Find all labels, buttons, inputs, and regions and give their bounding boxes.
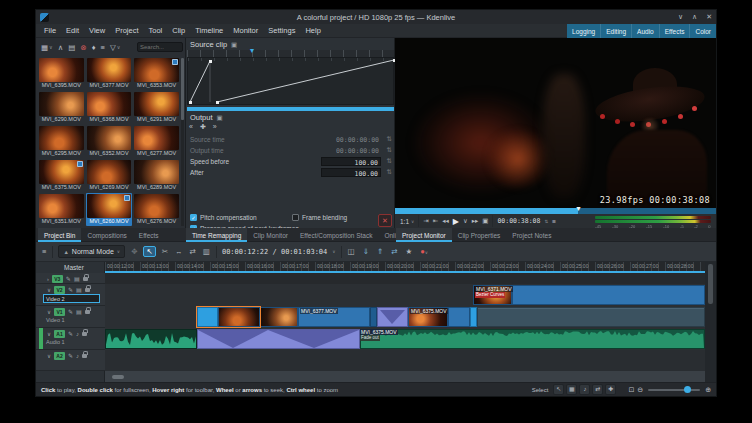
- track-hide-icon[interactable]: ▤: [76, 286, 82, 293]
- field-input[interactable]: 100.00: [321, 157, 381, 166]
- maximize-icon[interactable]: ∧: [692, 13, 697, 21]
- bin-clip[interactable]: MVI_6295.MOV: [38, 125, 85, 158]
- timeline-clip[interactable]: [377, 307, 408, 327]
- minimize-icon[interactable]: ∨: [678, 13, 683, 21]
- up-icon[interactable]: ∧: [56, 42, 66, 53]
- track-edit-icon[interactable]: ✎: [68, 352, 73, 359]
- track-tag-a1[interactable]: A1: [54, 330, 65, 338]
- checkbox-frame-blending[interactable]: [292, 214, 299, 221]
- bin-scrollbar[interactable]: [181, 58, 184, 226]
- track-mute-icon[interactable]: ♪: [76, 331, 79, 337]
- track-tag-v1[interactable]: V1: [54, 308, 65, 316]
- track-tag-v3[interactable]: V3: [52, 275, 63, 283]
- zoom-fit-icon[interactable]: ⊡: [628, 386, 634, 394]
- tab-time-remapping[interactable]: Time Remapping: [186, 228, 247, 242]
- loop-zone-icon[interactable]: ▣: [482, 217, 488, 225]
- remap-playhead-icon[interactable]: ▾: [250, 47, 254, 55]
- spinner-icon[interactable]: ⇅: [387, 168, 392, 176]
- edit-mode-select[interactable]: ▲ Normal Mode ∨: [58, 245, 125, 258]
- tab-clip-monitor[interactable]: Clip Monitor: [247, 228, 294, 242]
- track-lock-icon[interactable]: [82, 332, 87, 336]
- bin-clip[interactable]: MVI_6351.MOV: [38, 193, 85, 226]
- search-input[interactable]: [137, 42, 183, 52]
- tags-icon[interactable]: ♦: [90, 42, 98, 53]
- play-button[interactable]: ▶: [453, 217, 459, 226]
- track-lock-icon[interactable]: [85, 288, 90, 292]
- bin-clip[interactable]: MVI_6260.MOV: [86, 193, 133, 226]
- delete-icon[interactable]: ⊗: [78, 42, 88, 53]
- zone-in-icon[interactable]: ⇥: [423, 217, 428, 225]
- track-tag-v2[interactable]: V2: [54, 286, 65, 294]
- keyframe-next-icon[interactable]: »: [213, 123, 217, 131]
- favorite-effects-icon[interactable]: ★: [405, 247, 414, 256]
- create-folder-icon[interactable]: ▤: [66, 42, 77, 53]
- track-lock-icon[interactable]: [85, 310, 90, 314]
- zone-out-icon[interactable]: ⇤: [433, 217, 438, 225]
- timeline-clip[interactable]: MVI_6377.MOV: [298, 307, 370, 327]
- track-edit-icon[interactable]: ✎: [66, 275, 71, 282]
- tab-project-bin[interactable]: Project Bin: [38, 228, 81, 242]
- keyframe-point[interactable]: [189, 101, 192, 104]
- monitor-zoom-select[interactable]: 1:1∨: [400, 218, 414, 225]
- track-hide-icon[interactable]: ▤: [76, 308, 82, 315]
- close-icon[interactable]: ✕: [706, 13, 712, 21]
- bin-clip[interactable]: MVI_6368.MOV: [86, 91, 133, 124]
- track-lock-icon[interactable]: [82, 354, 87, 358]
- bin-clip[interactable]: MVI_6377.MOV: [86, 57, 133, 90]
- tab-effects[interactable]: Effects: [133, 228, 165, 242]
- track-collapse-icon[interactable]: ∨: [47, 353, 51, 359]
- menu-timeline[interactable]: Timeline: [190, 26, 228, 35]
- rewind-icon[interactable]: ◂◂: [442, 217, 449, 225]
- keyframe-prev-icon[interactable]: «: [189, 123, 193, 131]
- mix-clips-icon[interactable]: ◫: [347, 247, 356, 256]
- track-target-indicator[interactable]: [39, 328, 43, 349]
- status-add-icon[interactable]: ✚: [605, 384, 616, 395]
- delete-keyframe-button[interactable]: ✕: [378, 214, 392, 227]
- timecode-spinner-icon[interactable]: ⇅: [544, 219, 548, 224]
- master-button[interactable]: Master: [64, 264, 84, 271]
- status-video-icon[interactable]: ▦: [566, 384, 577, 395]
- bin-clip[interactable]: MVI_6291.MOV: [133, 91, 180, 124]
- tab-clip-properties[interactable]: Clip Properties: [452, 228, 507, 242]
- status-audio-icon[interactable]: ♪: [579, 384, 590, 395]
- track-collapse-icon[interactable]: ∨: [47, 287, 51, 293]
- bin-clip[interactable]: MVI_6276.MOV: [133, 193, 180, 226]
- menu-view[interactable]: View: [84, 26, 110, 35]
- add-keyframe-icon[interactable]: ✚: [200, 123, 206, 131]
- track-edit-icon[interactable]: ✎: [68, 308, 73, 315]
- track-collapse-icon[interactable]: ›: [47, 276, 49, 282]
- tab-effect-composition-stack[interactable]: Effect/Composition Stack: [294, 228, 379, 242]
- bin-clip[interactable]: MVI_6277.MOV: [133, 125, 180, 158]
- track-collapse-icon[interactable]: ∨: [47, 331, 51, 337]
- menu-tool[interactable]: Tool: [144, 26, 168, 35]
- insert-zone-icon[interactable]: ⇓: [362, 247, 370, 256]
- timeline-vscrollbar[interactable]: [705, 262, 716, 382]
- view-mode-icon[interactable]: ≡: [98, 42, 106, 53]
- menu-settings[interactable]: Settings: [263, 26, 300, 35]
- keyframe-point[interactable]: [216, 101, 219, 104]
- track-edit-icon[interactable]: ✎: [68, 286, 73, 293]
- timeline-clip[interactable]: MVI_6371.MOVBezier Curves: [473, 285, 512, 305]
- workspace-tab-effects[interactable]: Effects: [659, 24, 690, 38]
- add-clip-icon[interactable]: ▦∨: [39, 42, 55, 53]
- track-lock-icon[interactable]: [83, 277, 88, 281]
- bin-clip[interactable]: MVI_6352.MOV: [86, 125, 133, 158]
- seek-position-icon[interactable]: ▼: [575, 205, 582, 213]
- extract-zone-icon[interactable]: ⇄: [390, 247, 398, 256]
- timeline-clip[interactable]: [105, 329, 197, 349]
- spacer-tool[interactable]: ↔: [174, 247, 184, 256]
- timeline-clip[interactable]: [218, 307, 260, 327]
- zoom-in-icon[interactable]: ⊕: [705, 386, 711, 394]
- tab-compositions[interactable]: Compositions: [81, 228, 132, 242]
- keyframe-point[interactable]: [209, 60, 212, 63]
- record-icon[interactable]: ●∨: [419, 247, 429, 256]
- razor-tool[interactable]: ✂: [161, 247, 169, 256]
- timeline-menu-icon[interactable]: ≡: [41, 247, 47, 256]
- bin-clip[interactable]: MVI_6290.MOV: [38, 91, 85, 124]
- bin-clip[interactable]: MVI_6289.MOV: [133, 159, 180, 192]
- menu-file[interactable]: File: [39, 26, 61, 35]
- remap-curve[interactable]: [187, 57, 394, 105]
- track-name-input[interactable]: Video 2: [43, 294, 100, 303]
- timeline-clip[interactable]: [197, 307, 218, 327]
- timeline-zoom-slider[interactable]: [648, 389, 700, 391]
